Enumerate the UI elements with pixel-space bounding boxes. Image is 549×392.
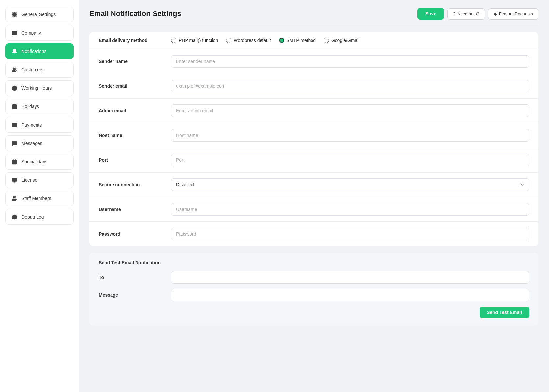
sidebar-item-label: General Settings <box>21 12 56 17</box>
svg-point-2 <box>13 68 15 70</box>
need-help-button[interactable]: ? Need help? <box>447 8 485 20</box>
sidebar-item-label: License <box>21 177 37 183</box>
test-message-row: Message <box>99 289 529 301</box>
help-icon: ? <box>453 12 455 16</box>
sidebar-item-label: Payments <box>21 122 42 127</box>
feature-icon: ◆ <box>494 12 497 16</box>
host-name-label: Host name <box>99 133 171 138</box>
delivery-method-label: Email delivery method <box>99 38 171 43</box>
sidebar-item-label: Company <box>21 30 41 35</box>
sidebar-item-general-settings[interactable]: General Settings <box>5 7 74 22</box>
radio-wordpress-default[interactable]: Wordpress default <box>226 38 271 43</box>
username-row: Username <box>89 197 538 222</box>
sidebar-item-license[interactable]: License <box>5 172 74 188</box>
test-to-row: To <box>99 271 529 284</box>
password-input[interactable] <box>171 228 529 240</box>
sender-email-row: Sender email <box>89 74 538 99</box>
main-content: Email Notification Settings Save ? Need … <box>79 0 549 392</box>
gear-icon <box>12 12 17 17</box>
sidebar-item-customers[interactable]: Customers <box>5 62 74 78</box>
sidebar-item-label: Customers <box>21 67 44 72</box>
radio-php-mail[interactable]: PHP mail() function <box>171 38 218 43</box>
secure-connection-row: Secure connection Disabled SSL TLS <box>89 173 538 197</box>
calendar-icon <box>12 104 17 109</box>
host-name-row: Host name <box>89 123 538 148</box>
port-row: Port <box>89 148 538 173</box>
test-message-input[interactable] <box>171 289 529 301</box>
username-input[interactable] <box>171 203 529 216</box>
sidebar: General Settings Company Notifications C… <box>0 0 79 392</box>
sidebar-item-label: Holidays <box>21 104 39 109</box>
sidebar-item-working-hours[interactable]: Working Hours <box>5 80 74 96</box>
sidebar-item-company[interactable]: Company <box>5 25 74 41</box>
bell-icon <box>12 48 17 54</box>
page-title: Email Notification Settings <box>89 10 181 18</box>
sidebar-item-holidays[interactable]: Holidays <box>5 99 74 114</box>
debug-icon <box>12 214 17 220</box>
credit-card-icon <box>12 122 17 128</box>
password-row: Password <box>89 222 538 246</box>
radio-smtp-method-label: SMTP method <box>287 38 316 43</box>
sidebar-item-debug-log[interactable]: Debug Log <box>5 209 74 225</box>
admin-email-label: Admin email <box>99 108 171 113</box>
sidebar-item-label: Debug Log <box>21 214 44 219</box>
secure-connection-label: Secure connection <box>99 182 171 187</box>
users-icon <box>12 67 17 73</box>
page-header: Email Notification Settings Save ? Need … <box>89 8 538 25</box>
test-message-label: Message <box>99 292 171 298</box>
svg-rect-15 <box>12 178 17 181</box>
calendar-star-icon <box>12 159 17 165</box>
test-email-title: Send Test Email Notification <box>99 260 529 265</box>
sidebar-item-notifications[interactable]: Notifications <box>5 43 74 59</box>
password-label: Password <box>99 231 171 237</box>
radio-google-gmail[interactable]: Google/Gmail <box>324 38 360 43</box>
sidebar-item-label: Special days <box>21 159 47 164</box>
test-to-input[interactable] <box>171 271 529 284</box>
sender-name-row: Sender name <box>89 49 538 74</box>
sidebar-item-label: Working Hours <box>21 85 52 91</box>
delivery-method-row: Email delivery method PHP mail() functio… <box>89 32 538 49</box>
license-icon <box>12 177 17 183</box>
sender-email-input[interactable] <box>171 80 529 92</box>
svg-rect-8 <box>12 123 17 127</box>
header-actions: Save ? Need help? ◆ Feature Requests <box>417 8 538 20</box>
svg-rect-4 <box>12 104 17 109</box>
radio-smtp-method-input[interactable] <box>279 38 284 43</box>
radio-smtp-method[interactable]: SMTP method <box>279 38 316 43</box>
radio-google-gmail-input[interactable] <box>324 38 329 43</box>
admin-email-row: Admin email <box>89 99 538 123</box>
test-email-section: Send Test Email Notification To Message … <box>89 253 538 326</box>
sidebar-item-special-days[interactable]: Special days <box>5 154 74 170</box>
host-name-input[interactable] <box>171 129 529 142</box>
username-label: Username <box>99 207 171 212</box>
secure-connection-select[interactable]: Disabled SSL TLS <box>171 178 529 191</box>
port-input[interactable] <box>171 154 529 166</box>
need-help-label: Need help? <box>457 12 479 16</box>
sidebar-item-label: Notifications <box>21 49 46 54</box>
save-button[interactable]: Save <box>417 8 444 20</box>
sidebar-item-label: Messages <box>21 141 42 146</box>
svg-rect-1 <box>12 31 17 35</box>
sender-email-label: Sender email <box>99 83 171 89</box>
building-icon <box>12 30 17 36</box>
sender-name-input[interactable] <box>171 55 529 68</box>
sidebar-item-payments[interactable]: Payments <box>5 117 74 133</box>
feature-requests-button[interactable]: ◆ Feature Requests <box>488 8 538 20</box>
radio-wordpress-default-input[interactable] <box>226 38 231 43</box>
feature-requests-label: Feature Requests <box>499 12 533 16</box>
send-test-email-button[interactable]: Send Test Email <box>480 307 529 318</box>
sender-name-label: Sender name <box>99 59 171 64</box>
sidebar-item-staff-members[interactable]: Staff Members <box>5 191 74 206</box>
radio-google-gmail-label: Google/Gmail <box>331 38 360 43</box>
test-to-label: To <box>99 275 171 280</box>
message-icon <box>12 140 17 146</box>
port-label: Port <box>99 157 171 163</box>
sidebar-item-messages[interactable]: Messages <box>5 135 74 151</box>
clock-icon <box>12 85 17 91</box>
admin-email-input[interactable] <box>171 104 529 117</box>
radio-php-mail-input[interactable] <box>171 38 176 43</box>
staff-icon <box>12 196 17 201</box>
radio-wordpress-default-label: Wordpress default <box>234 38 271 43</box>
svg-point-18 <box>13 196 15 198</box>
delivery-method-radio-group: PHP mail() function Wordpress default SM… <box>171 38 529 43</box>
